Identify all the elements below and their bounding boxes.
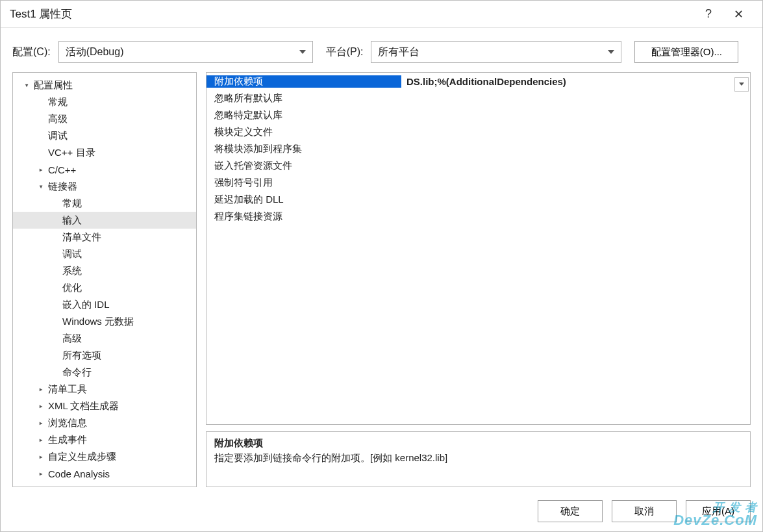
property-row[interactable]: 将模块添加到程序集 bbox=[206, 140, 750, 157]
tree-item[interactable]: ▸XML 文档生成器 bbox=[13, 398, 196, 414]
tree-item[interactable]: ▾链接器 bbox=[13, 178, 196, 195]
configuration-value: 活动(Debug) bbox=[66, 45, 294, 59]
tree-item[interactable]: 优化 bbox=[13, 279, 196, 296]
tree-item-label: 输入 bbox=[62, 214, 82, 227]
expand-icon[interactable]: ▸ bbox=[36, 401, 45, 411]
property-label: 将模块添加到程序集 bbox=[206, 143, 401, 155]
tree-item-label: Windows 元数据 bbox=[62, 316, 134, 328]
property-label: 忽略特定默认库 bbox=[206, 109, 401, 121]
window-title: Test1 属性页 bbox=[10, 6, 694, 21]
right-column: 附加依赖项DS.lib;%(AdditionalDependencies)忽略所… bbox=[206, 72, 751, 487]
tree-item[interactable]: 输入 bbox=[13, 212, 196, 229]
ok-button[interactable]: 确定 bbox=[538, 500, 603, 522]
tree-item-label: 清单工具 bbox=[48, 383, 87, 396]
platform-combo[interactable]: 所有平台 bbox=[371, 41, 621, 63]
tree-item-label: 自定义生成步骤 bbox=[48, 451, 116, 463]
expand-icon[interactable]: ▸ bbox=[36, 469, 45, 478]
description-body: 指定要添加到链接命令行的附加项。[例如 kernel32.lib] bbox=[214, 452, 742, 464]
apply-button[interactable]: 应用(A) bbox=[686, 500, 751, 522]
tree-item-label: 常规 bbox=[62, 197, 82, 210]
tree-item-label: 常规 bbox=[48, 96, 68, 108]
platform-value: 所有平台 bbox=[378, 45, 603, 59]
tree-item[interactable]: ▸生成事件 bbox=[13, 431, 196, 448]
property-value[interactable]: DS.lib;%(AdditionalDependencies) bbox=[401, 76, 750, 87]
expand-icon[interactable]: ▸ bbox=[36, 165, 45, 174]
platform-label: 平台(P): bbox=[326, 45, 366, 59]
configuration-row: 配置(C): 活动(Debug) 平台(P): 所有平台 配置管理器(O)... bbox=[1, 28, 762, 72]
collapse-icon[interactable]: ▾ bbox=[22, 81, 31, 90]
property-label: 程序集链接资源 bbox=[206, 210, 401, 223]
configuration-label: 配置(C): bbox=[12, 45, 53, 59]
close-icon[interactable]: ✕ bbox=[723, 3, 753, 26]
property-value-text: DS.lib;%(AdditionalDependencies) bbox=[407, 76, 566, 87]
property-row[interactable]: 忽略特定默认库 bbox=[206, 107, 750, 123]
tree-item-label: 链接器 bbox=[48, 181, 77, 193]
property-row[interactable]: 程序集链接资源 bbox=[206, 208, 750, 225]
chevron-down-icon bbox=[608, 50, 614, 54]
tree-item[interactable]: 调试 bbox=[13, 246, 196, 262]
tree-item-label: 清单文件 bbox=[62, 231, 101, 244]
tree-item[interactable]: ▸自定义生成步骤 bbox=[13, 448, 196, 465]
tree-item[interactable]: 高级 bbox=[13, 330, 196, 347]
property-pages-dialog: Test1 属性页 ? ✕ 配置(C): 活动(Debug) 平台(P): 所有… bbox=[0, 0, 763, 532]
property-row[interactable]: 延迟加载的 DLL bbox=[206, 191, 750, 208]
tree-item[interactable]: 常规 bbox=[13, 94, 196, 110]
titlebar: Test1 属性页 ? ✕ bbox=[1, 1, 762, 28]
tree-item-label: 系统 bbox=[62, 265, 82, 277]
property-row[interactable]: 模块定义文件 bbox=[206, 123, 750, 140]
tree-item-label: 优化 bbox=[62, 282, 82, 294]
expand-icon[interactable]: ▸ bbox=[36, 452, 45, 461]
property-row[interactable]: 附加依赖项DS.lib;%(AdditionalDependencies) bbox=[206, 73, 750, 90]
tree-item[interactable]: 嵌入的 IDL bbox=[13, 296, 196, 313]
property-grid[interactable]: 附加依赖项DS.lib;%(AdditionalDependencies)忽略所… bbox=[206, 72, 751, 425]
tree-item[interactable]: VC++ 目录 bbox=[13, 144, 196, 161]
help-icon[interactable]: ? bbox=[694, 3, 723, 26]
tree-item-label: XML 文档生成器 bbox=[48, 400, 119, 412]
tree-item[interactable]: ▸C/C++ bbox=[13, 161, 196, 178]
dialog-body: ▾配置属性常规高级调试VC++ 目录▸C/C++▾链接器常规输入清单文件调试系统… bbox=[1, 72, 762, 495]
tree-item[interactable]: ▸清单工具 bbox=[13, 381, 196, 398]
tree-item[interactable]: 清单文件 bbox=[13, 229, 196, 246]
property-row[interactable]: 强制符号引用 bbox=[206, 174, 750, 191]
chevron-down-icon bbox=[299, 50, 306, 54]
tree-item[interactable]: 命令行 bbox=[13, 364, 196, 381]
dialog-footer: 确定 取消 应用(A) 开 发 者 DevZe.CoM bbox=[1, 495, 762, 531]
tree-item-label: 嵌入的 IDL bbox=[62, 299, 110, 311]
property-label: 嵌入托管资源文件 bbox=[206, 160, 401, 172]
property-row[interactable]: 嵌入托管资源文件 bbox=[206, 157, 750, 174]
property-label: 强制符号引用 bbox=[206, 177, 401, 189]
chevron-down-icon bbox=[739, 82, 744, 86]
property-label: 延迟加载的 DLL bbox=[206, 194, 401, 206]
tree-item[interactable]: 系统 bbox=[13, 262, 196, 279]
tree-item[interactable]: 常规 bbox=[13, 195, 196, 212]
property-row[interactable]: 忽略所有默认库 bbox=[206, 90, 750, 107]
configuration-manager-button[interactable]: 配置管理器(O)... bbox=[634, 41, 738, 63]
cancel-button[interactable]: 取消 bbox=[612, 500, 677, 522]
tree-item-label: 所有选项 bbox=[62, 349, 101, 362]
tree-item[interactable]: 调试 bbox=[13, 127, 196, 144]
description-panel: 附加依赖项 指定要添加到链接命令行的附加项。[例如 kernel32.lib] bbox=[206, 431, 751, 487]
configuration-combo[interactable]: 活动(Debug) bbox=[58, 41, 313, 63]
tree-item[interactable]: ▸浏览信息 bbox=[13, 414, 196, 431]
property-label: 模块定义文件 bbox=[206, 126, 401, 138]
category-tree[interactable]: ▾配置属性常规高级调试VC++ 目录▸C/C++▾链接器常规输入清单文件调试系统… bbox=[12, 72, 197, 487]
collapse-icon[interactable]: ▾ bbox=[36, 182, 45, 191]
tree-item[interactable]: Windows 元数据 bbox=[13, 313, 196, 330]
tree-item-label: 高级 bbox=[62, 333, 82, 345]
value-dropdown-button[interactable] bbox=[734, 77, 749, 92]
tree-item-label: 命令行 bbox=[62, 366, 92, 379]
tree-item[interactable]: 高级 bbox=[13, 110, 196, 127]
expand-icon[interactable]: ▸ bbox=[36, 418, 45, 427]
expand-icon[interactable]: ▸ bbox=[36, 435, 45, 444]
tree-item-label: 高级 bbox=[48, 113, 68, 125]
property-label: 忽略所有默认库 bbox=[206, 92, 401, 105]
tree-item[interactable]: ▸Code Analysis bbox=[13, 465, 196, 482]
tree-item-label: Code Analysis bbox=[48, 468, 110, 479]
tree-item-label: 配置属性 bbox=[34, 79, 73, 92]
tree-item-label: C/C++ bbox=[48, 164, 76, 175]
tree-item-label: 调试 bbox=[62, 248, 82, 260]
tree-item[interactable]: 所有选项 bbox=[13, 347, 196, 364]
tree-item-label: 生成事件 bbox=[48, 434, 87, 446]
tree-item[interactable]: ▾配置属性 bbox=[13, 77, 196, 94]
expand-icon[interactable]: ▸ bbox=[36, 385, 45, 394]
